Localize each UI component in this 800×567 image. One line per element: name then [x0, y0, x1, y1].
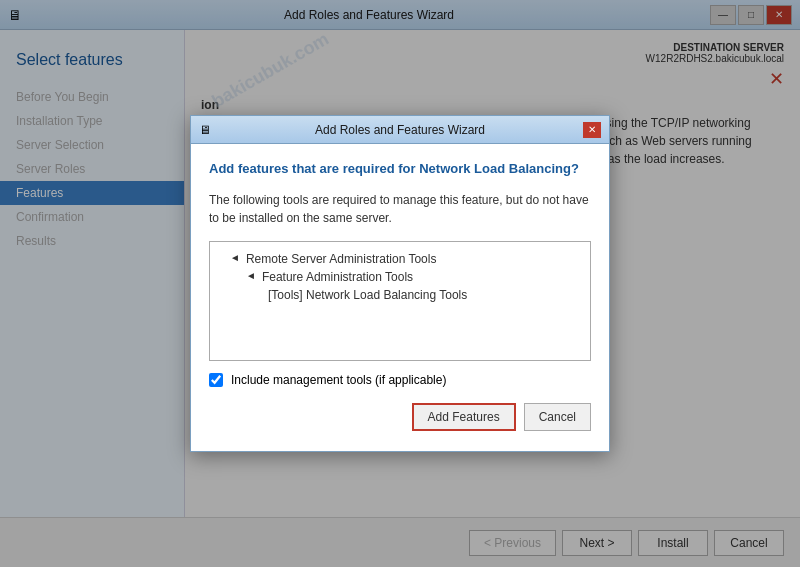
modal-title: Add Roles and Features Wizard: [217, 123, 583, 137]
feature-item-nlbt: [Tools] Network Load Balancing Tools: [222, 288, 578, 302]
feature-label-0: Remote Server Administration Tools: [246, 252, 437, 266]
feature-item-rsat: ◄ Remote Server Administration Tools: [222, 252, 578, 266]
modal-titlebar: 🖥 Add Roles and Features Wizard ✕: [191, 116, 609, 144]
feature-label-2: [Tools] Network Load Balancing Tools: [268, 288, 467, 302]
feature-item-fat: ◄ Feature Administration Tools: [222, 270, 578, 284]
add-features-button[interactable]: Add Features: [412, 403, 516, 431]
feature-list-box: ◄ Remote Server Administration Tools ◄ F…: [209, 241, 591, 361]
include-management-tools-checkbox[interactable]: [209, 373, 223, 387]
modal-footer: Add Features Cancel: [209, 403, 591, 435]
modal-overlay: 🖥 Add Roles and Features Wizard ✕ Add fe…: [0, 0, 800, 567]
feature-label-1: Feature Administration Tools: [262, 270, 413, 284]
checkbox-label[interactable]: Include management tools (if applicable): [231, 373, 446, 387]
modal-question: Add features that are required for Netwo…: [209, 160, 591, 178]
modal-close-button[interactable]: ✕: [583, 122, 601, 138]
modal-titlebar-icon: 🖥: [199, 123, 211, 137]
arrow-icon-0: ◄: [230, 252, 240, 263]
modal-description: The following tools are required to mana…: [209, 191, 591, 227]
modal-dialog: 🖥 Add Roles and Features Wizard ✕ Add fe…: [190, 115, 610, 451]
arrow-icon-1: ◄: [246, 270, 256, 281]
checkbox-row: Include management tools (if applicable): [209, 373, 591, 387]
modal-body: Add features that are required for Netwo…: [191, 144, 609, 450]
modal-cancel-button[interactable]: Cancel: [524, 403, 591, 431]
